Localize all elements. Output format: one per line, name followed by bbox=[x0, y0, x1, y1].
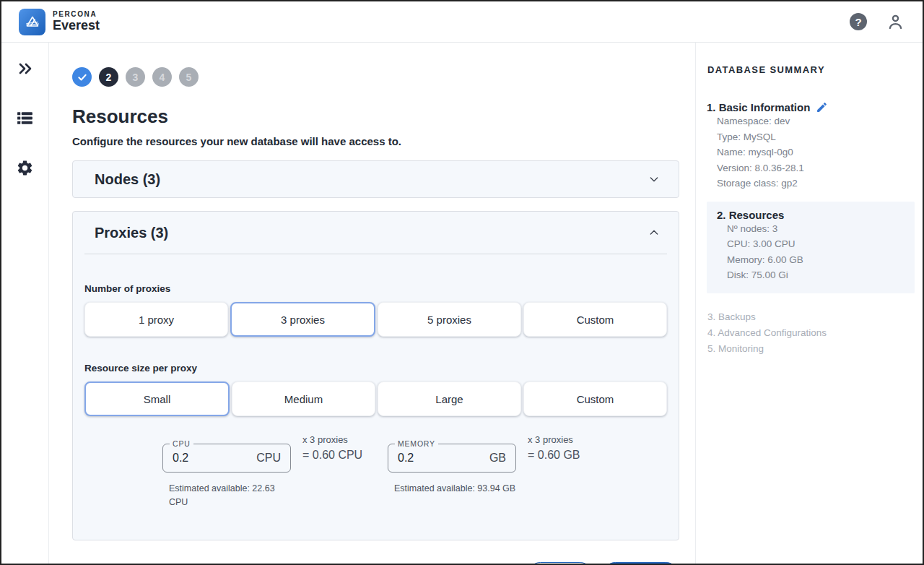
memory-group: MEMORY GB Estimated available: 93.94 GB bbox=[388, 444, 516, 509]
cpu-multiplier-label: x 3 proxies bbox=[302, 434, 372, 445]
resource-size-toggle-group: Small Medium Large Custom bbox=[84, 381, 667, 416]
top-bar: PERCONA Everest ? bbox=[1, 1, 923, 43]
cpu-estimated-available: Estimated available: 22.63 CPU bbox=[169, 482, 292, 509]
page-title: Resources bbox=[72, 105, 679, 128]
brand-logo[interactable]: PERCONA Everest bbox=[19, 9, 100, 35]
summary-heading: DATABASE SUMMARY bbox=[707, 64, 923, 75]
chevron-up-icon bbox=[648, 227, 660, 238]
step-4[interactable]: 4 bbox=[152, 67, 172, 87]
settings-gear-icon[interactable] bbox=[16, 159, 34, 180]
cpu-total: = 0.60 CPU bbox=[302, 449, 372, 462]
left-nav-rail bbox=[1, 43, 49, 564]
cpu-unit-suffix: CPU bbox=[256, 452, 281, 465]
memory-multiplier: x 3 proxies = 0.60 GB bbox=[528, 434, 597, 500]
resource-size-label: Resource size per proxy bbox=[84, 363, 667, 374]
step-2-active[interactable]: 2 bbox=[99, 67, 118, 87]
size-option-large[interactable]: Large bbox=[378, 381, 521, 416]
summary-type: Type: MySQL bbox=[717, 129, 923, 145]
proxies-accordion-title: Proxies (3) bbox=[95, 225, 168, 241]
proxy-option-5[interactable]: 5 proxies bbox=[378, 302, 521, 337]
nodes-accordion-header[interactable]: Nodes (3) bbox=[73, 161, 679, 197]
summary-version: Version: 8.0.36-28.1 bbox=[717, 160, 923, 176]
step-3[interactable]: 3 bbox=[126, 67, 145, 87]
summary-cpu: CPU: 3.00 CPU bbox=[727, 236, 915, 252]
proxy-count-toggle-group: 1 proxy 3 proxies 5 proxies Custom bbox=[84, 302, 667, 337]
summary-name: Name: mysql-0g0 bbox=[717, 145, 923, 160]
app-window: PERCONA Everest ? bbox=[0, 0, 924, 565]
memory-total: = 0.60 GB bbox=[528, 449, 597, 462]
topbar-actions: ? bbox=[850, 12, 905, 32]
user-profile-icon[interactable] bbox=[886, 12, 905, 32]
page-subtitle: Configure the resources your new databas… bbox=[72, 135, 679, 147]
cpu-input-box: CPU CPU bbox=[162, 444, 291, 473]
summary-memory: Memory: 6.00 GB bbox=[727, 252, 915, 268]
footer-action-buttons: Cancel Continue bbox=[527, 562, 679, 565]
step-5[interactable]: 5 bbox=[179, 67, 199, 87]
summary-basic-information: 1. Basic Information Namespace: dev Type… bbox=[696, 101, 923, 191]
summary-resources-highlighted: 2. Resources Nº nodes: 3 CPU: 3.00 CPU M… bbox=[707, 202, 915, 293]
wizard-footer: Previous Cancel Continue bbox=[72, 562, 679, 565]
memory-estimated-available: Estimated available: 93.94 GB bbox=[394, 482, 517, 496]
cpu-group: CPU CPU Estimated available: 22.63 CPU bbox=[162, 444, 291, 509]
resource-inputs-row: CPU CPU Estimated available: 22.63 CPU x… bbox=[162, 444, 667, 509]
size-option-custom[interactable]: Custom bbox=[523, 381, 667, 416]
summary-step-advanced-configurations: 4. Advanced Configurations bbox=[707, 325, 923, 341]
memory-input-box: MEMORY GB bbox=[388, 444, 516, 473]
size-option-medium[interactable]: Medium bbox=[232, 381, 375, 416]
step-1-done[interactable] bbox=[72, 67, 92, 87]
database-summary-sidebar: DATABASE SUMMARY 1. Basic Information Na… bbox=[695, 43, 923, 564]
help-icon[interactable]: ? bbox=[850, 13, 867, 30]
summary-step-monitoring: 5. Monitoring bbox=[707, 341, 923, 357]
databases-list-icon[interactable] bbox=[16, 109, 34, 130]
continue-button[interactable]: Continue bbox=[602, 562, 679, 565]
size-option-small-selected[interactable]: Small bbox=[84, 381, 230, 416]
summary-storage-class: Storage class: gp2 bbox=[717, 176, 923, 191]
summary-namespace: Namespace: dev bbox=[717, 113, 923, 129]
cpu-input-label: CPU bbox=[170, 439, 193, 448]
cpu-multiplier: x 3 proxies = 0.60 CPU bbox=[302, 434, 372, 500]
proxy-option-3-selected[interactable]: 3 proxies bbox=[230, 302, 375, 337]
summary-n-nodes: Nº nodes: 3 bbox=[727, 221, 915, 237]
divider bbox=[84, 254, 667, 254]
nodes-accordion: Nodes (3) bbox=[72, 160, 679, 198]
memory-unit-suffix: GB bbox=[489, 452, 506, 465]
edit-pencil-icon[interactable] bbox=[816, 101, 828, 113]
summary-disk: Disk: 75.00 Gi bbox=[727, 267, 915, 283]
cpu-input[interactable] bbox=[173, 452, 237, 465]
memory-input-label: MEMORY bbox=[395, 439, 438, 448]
everest-logo-icon bbox=[19, 9, 45, 35]
chevron-down-icon bbox=[648, 173, 660, 185]
proxies-accordion-header[interactable]: Proxies (3) bbox=[73, 212, 679, 254]
memory-input[interactable] bbox=[398, 452, 463, 465]
brand-everest: Everest bbox=[53, 19, 100, 33]
proxies-accordion: Proxies (3) Number of proxies 1 proxy 3 … bbox=[72, 211, 679, 540]
expand-sidebar-icon[interactable] bbox=[17, 60, 34, 80]
cancel-button[interactable]: Cancel bbox=[527, 562, 593, 565]
summary-step-backups: 3. Backups bbox=[707, 309, 923, 325]
proxy-option-custom[interactable]: Custom bbox=[523, 302, 667, 337]
proxies-accordion-content: Number of proxies 1 proxy 3 proxies 5 pr… bbox=[73, 283, 679, 540]
wizard-main: 2 3 4 5 Resources Configure the resource… bbox=[49, 43, 695, 564]
basic-info-title: 1. Basic Information bbox=[707, 101, 810, 113]
nodes-accordion-title: Nodes (3) bbox=[95, 171, 160, 188]
summary-disabled-steps: 3. Backups 4. Advanced Configurations 5.… bbox=[707, 309, 923, 357]
brand-text: PERCONA Everest bbox=[53, 11, 100, 32]
proxy-option-1[interactable]: 1 proxy bbox=[84, 302, 228, 337]
memory-multiplier-label: x 3 proxies bbox=[528, 434, 597, 445]
resources-summary-title: 2. Resources bbox=[717, 209, 784, 221]
wizard-stepper: 2 3 4 5 bbox=[72, 67, 679, 87]
number-of-proxies-label: Number of proxies bbox=[84, 283, 667, 294]
